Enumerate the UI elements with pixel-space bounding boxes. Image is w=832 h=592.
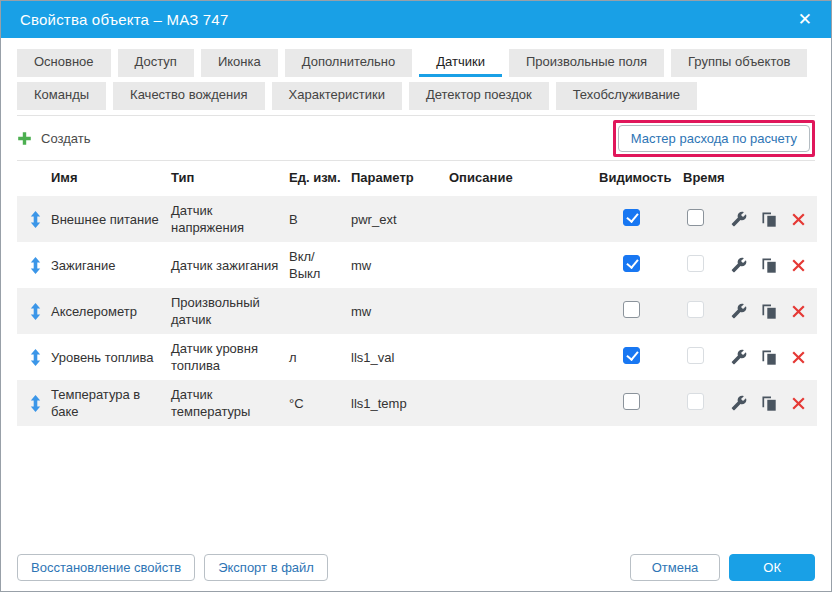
row-actions [731, 257, 817, 273]
copy-sensor-button[interactable] [762, 350, 777, 365]
dialog-titlebar: Свойства объекта – МАЗ 747 ✕ [1, 1, 831, 38]
create-sensor-button[interactable]: Создать [17, 131, 90, 146]
table-row: Внешнее питание Датчик напряжения В pwr_… [17, 196, 817, 242]
edit-sensor-button[interactable] [731, 395, 747, 411]
wrench-icon [731, 395, 747, 411]
copy-icon [762, 304, 777, 319]
visibility-checkbox[interactable] [623, 255, 640, 272]
tab-profile[interactable]: Характеристики [272, 82, 402, 110]
visibility-cell [599, 209, 683, 230]
table-row: Акселерометр Произвольный датчик mw [17, 288, 817, 334]
copy-sensor-button[interactable] [762, 212, 777, 227]
delete-icon [792, 213, 805, 226]
row-actions [731, 349, 817, 365]
tab-custom-fields[interactable]: Произвольные поля [509, 49, 664, 77]
sensor-unit: В [289, 211, 351, 228]
time-checkbox [687, 301, 704, 318]
row-actions [731, 395, 817, 411]
wrench-icon [731, 349, 747, 365]
tab-commands[interactable]: Команды [17, 82, 106, 110]
header-parameter: Параметр [351, 170, 449, 185]
time-cell [683, 301, 731, 322]
copy-icon [762, 350, 777, 365]
tab-row-2: Команды Качество вождения Характеристики… [17, 82, 815, 110]
visibility-checkbox[interactable] [623, 393, 640, 410]
drag-handle-icon[interactable] [17, 303, 51, 320]
header-time: Время [683, 170, 731, 185]
sensor-name: Внешнее питание [51, 211, 171, 228]
visibility-cell [599, 347, 683, 368]
sensor-parameter: lls1_temp [351, 395, 449, 412]
visibility-cell [599, 255, 683, 276]
table-row: Температура в баке Датчик температуры °C… [17, 380, 817, 426]
table-row: Уровень топлива Датчик уровня топлива л … [17, 334, 817, 380]
time-cell [683, 393, 731, 414]
edit-sensor-button[interactable] [731, 349, 747, 365]
tab-trip-detector[interactable]: Детектор поездок [409, 82, 549, 110]
tab-advanced[interactable]: Дополнительно [285, 49, 413, 77]
tab-sensors[interactable]: Датчики [419, 49, 502, 77]
sensor-parameter: pwr_ext [351, 211, 449, 228]
sensor-type: Датчик температуры [171, 386, 289, 420]
drag-handle-icon[interactable] [17, 257, 51, 274]
delete-sensor-button[interactable] [792, 213, 805, 226]
edit-sensor-button[interactable] [731, 257, 747, 273]
drag-handle-icon[interactable] [17, 349, 51, 366]
sensor-unit: Вкл/Выкл [289, 248, 351, 282]
time-checkbox[interactable] [687, 209, 704, 226]
sensors-toolbar: Создать Мастер расхода по расчету [1, 116, 831, 160]
sensor-unit: °C [289, 395, 351, 412]
delete-sensor-button[interactable] [792, 259, 805, 272]
edit-sensor-button[interactable] [731, 211, 747, 227]
tab-maintenance[interactable]: Техобслуживание [556, 82, 697, 110]
ok-button[interactable]: ОК [729, 554, 815, 581]
tab-unit-groups[interactable]: Группы объектов [671, 49, 807, 77]
wrench-icon [731, 211, 747, 227]
drag-handle-icon[interactable] [17, 211, 51, 228]
delete-sensor-button[interactable] [792, 351, 805, 364]
delete-sensor-button[interactable] [792, 305, 805, 318]
table-header-row: Имя Тип Ед. изм. Параметр Описание Видим… [17, 161, 817, 196]
visibility-checkbox[interactable] [623, 347, 640, 364]
copy-sensor-button[interactable] [762, 396, 777, 411]
tab-access[interactable]: Доступ [118, 49, 194, 77]
row-actions [731, 303, 817, 319]
delete-icon [792, 259, 805, 272]
visibility-checkbox[interactable] [623, 301, 640, 318]
cancel-button[interactable]: Отмена [630, 554, 721, 581]
tab-eco-driving[interactable]: Качество вождения [113, 82, 264, 110]
create-sensor-label: Создать [41, 131, 90, 146]
table-row: Зажигание Датчик зажигания Вкл/Выкл mw [17, 242, 817, 288]
delete-sensor-button[interactable] [792, 397, 805, 410]
tab-main[interactable]: Основное [17, 49, 111, 77]
highlight-annotation: Мастер расхода по расчету [613, 120, 815, 157]
visibility-checkbox[interactable] [623, 209, 640, 226]
visibility-cell [599, 393, 683, 414]
header-visibility: Видимость [599, 170, 683, 185]
visibility-cell [599, 301, 683, 322]
plus-icon [17, 131, 32, 146]
copy-sensor-button[interactable] [762, 258, 777, 273]
dialog-title: Свойства объекта – МАЗ 747 [20, 11, 228, 28]
sensor-name: Зажигание [51, 257, 171, 274]
sensor-parameter: mw [351, 303, 449, 320]
header-description: Описание [449, 170, 599, 185]
sensor-type: Датчик напряжения [171, 202, 289, 236]
copy-sensor-button[interactable] [762, 304, 777, 319]
drag-handle-icon[interactable] [17, 395, 51, 412]
restore-properties-button[interactable]: Восстановление свойств [17, 554, 195, 581]
tab-icon[interactable]: Иконка [201, 49, 278, 77]
delete-icon [792, 351, 805, 364]
time-cell [683, 255, 731, 276]
header-name: Имя [51, 170, 171, 185]
time-checkbox [687, 393, 704, 410]
copy-icon [762, 396, 777, 411]
fuel-consumption-wizard-button[interactable]: Мастер расхода по расчету [618, 125, 810, 152]
object-properties-dialog: Свойства объекта – МАЗ 747 ✕ Основное До… [0, 0, 832, 592]
export-to-file-button[interactable]: Экспорт в файл [204, 554, 328, 581]
header-type: Тип [171, 170, 289, 185]
close-icon[interactable]: ✕ [798, 11, 812, 28]
table-body: Внешнее питание Датчик напряжения В pwr_… [17, 196, 817, 426]
sensor-type: Датчик уровня топлива [171, 340, 289, 374]
edit-sensor-button[interactable] [731, 303, 747, 319]
